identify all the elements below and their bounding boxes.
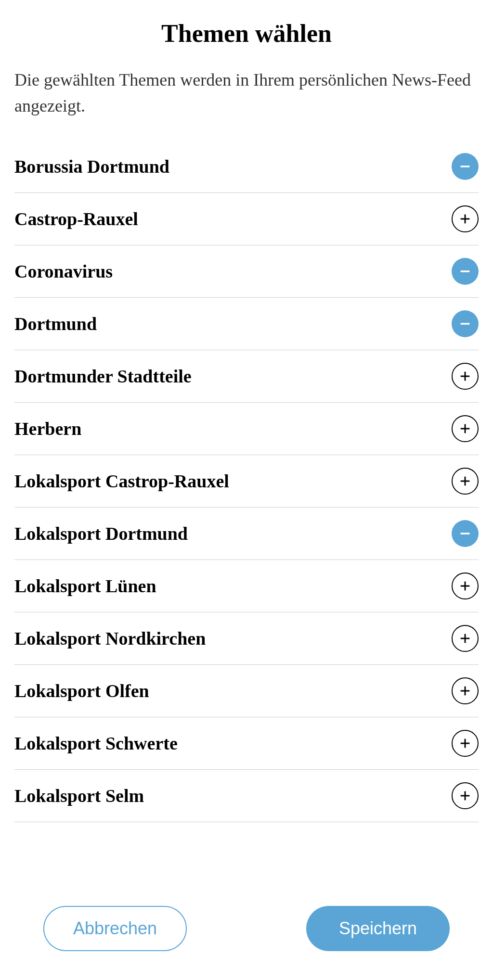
- plus-icon: [453, 573, 478, 598]
- topic-item: Herbern: [14, 403, 479, 455]
- topic-label: Lokalsport Olfen: [14, 680, 149, 701]
- plus-icon: [453, 206, 478, 231]
- topic-label: Dortmund: [14, 313, 97, 334]
- topic-item: Lokalsport Lünen: [14, 560, 479, 612]
- minus-icon: [452, 520, 479, 547]
- minus-icon: [452, 153, 479, 180]
- topic-label: [14, 835, 19, 841]
- add-topic-button[interactable]: [452, 782, 479, 809]
- topic-label: Castrop-Rauxel: [14, 208, 138, 229]
- add-topic-button[interactable]: [452, 625, 479, 652]
- add-topic-button[interactable]: [452, 415, 479, 442]
- plus-icon: [453, 731, 478, 756]
- topic-label: Dortmunder Stadtteile: [14, 366, 192, 387]
- topic-label: Coronavirus: [14, 261, 113, 282]
- add-topic-button[interactable]: [452, 677, 479, 704]
- add-topic-button[interactable]: [452, 363, 479, 390]
- minus-icon: [452, 258, 479, 285]
- topic-label: Lokalsport Schwerte: [14, 733, 178, 754]
- topic-item: Dortmund: [14, 298, 479, 350]
- add-topic-button[interactable]: [452, 730, 479, 757]
- topic-item: Borussia Dortmund: [14, 140, 479, 193]
- plus-icon: [453, 364, 478, 389]
- save-button[interactable]: Speichern: [306, 906, 450, 951]
- remove-topic-button[interactable]: [452, 520, 479, 547]
- plus-icon: [453, 678, 478, 703]
- topic-label: Herbern: [14, 418, 81, 439]
- add-topic-button[interactable]: [452, 573, 479, 599]
- remove-topic-button[interactable]: [452, 310, 479, 337]
- minus-icon: [452, 310, 479, 337]
- topic-item: Lokalsport Nordkirchen: [14, 612, 479, 665]
- topics-scroll-area[interactable]: Borussia DortmundCastrop-RauxelCoronavir…: [14, 140, 479, 872]
- plus-icon: [453, 626, 478, 651]
- topic-label: Lokalsport Dortmund: [14, 523, 188, 544]
- topic-item: Castrop-Rauxel: [14, 193, 479, 245]
- topic-item: Dortmunder Stadtteile: [14, 350, 479, 403]
- topics-list: Borussia DortmundCastrop-RauxelCoronavir…: [14, 140, 479, 841]
- topic-item: Lokalsport Castrop-Rauxel: [14, 455, 479, 508]
- topic-item: Lokalsport Olfen: [14, 665, 479, 717]
- add-topic-button[interactable]: [452, 468, 479, 495]
- topic-label: Lokalsport Nordkirchen: [14, 628, 206, 649]
- add-topic-button[interactable]: [452, 205, 479, 232]
- topic-label: Lokalsport Selm: [14, 785, 144, 806]
- topic-item: Lokalsport Selm: [14, 770, 479, 822]
- page-description: Die gewählten Themen werden in Ihrem per…: [14, 67, 479, 119]
- topic-label: Lokalsport Castrop-Rauxel: [14, 471, 229, 492]
- topic-label: Lokalsport Lünen: [14, 575, 156, 597]
- footer-actions: Abbrechen Speichern: [0, 891, 493, 980]
- page-title: Themen wählen: [14, 19, 479, 48]
- plus-icon: [453, 783, 478, 808]
- plus-icon: [453, 416, 478, 441]
- topic-item: Lokalsport Schwerte: [14, 717, 479, 770]
- topic-item: Coronavirus: [14, 245, 479, 298]
- remove-topic-button[interactable]: [452, 153, 479, 180]
- cancel-button[interactable]: Abbrechen: [43, 906, 187, 951]
- topic-label: Borussia Dortmund: [14, 156, 169, 177]
- topic-item: Lokalsport Dortmund: [14, 508, 479, 560]
- topic-item: [14, 822, 479, 841]
- remove-topic-button[interactable]: [452, 258, 479, 285]
- plus-icon: [453, 469, 478, 494]
